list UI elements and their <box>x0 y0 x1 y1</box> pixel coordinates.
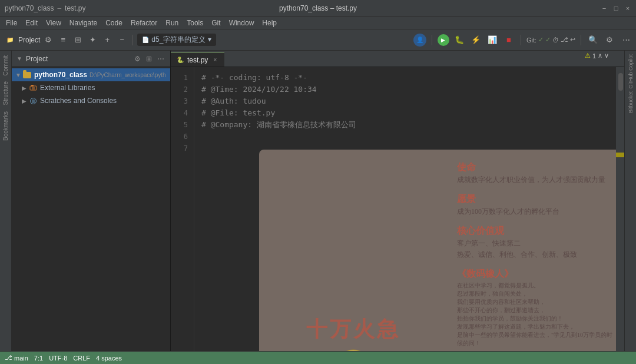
project-label: Project <box>18 36 40 44</box>
search-toolbar-icon[interactable]: 🔍 <box>587 34 599 47</box>
subtract-icon[interactable]: − <box>115 34 128 47</box>
menu-edit[interactable]: Edit <box>22 18 41 28</box>
git-history-icon[interactable]: ⏱ <box>552 37 559 44</box>
tree-external-libs[interactable]: ▶ External Libraries <box>12 81 170 94</box>
run-button[interactable]: ▶ <box>438 34 449 46</box>
main-area: Commit Structure Bookmarks ▼ Project ⚙ ⊞… <box>0 51 636 351</box>
copilot-sidebar-tab[interactable]: GitHub Copilot <box>628 54 634 89</box>
toolbar: 📁 Project ⚙ ≡ ⊞ ✦ + − 📄 d5_字符串的定义 ▾ 👤 ▶ … <box>0 29 636 51</box>
menu-code[interactable]: Code <box>102 18 126 28</box>
status-encoding[interactable]: UTF-8 <box>49 355 67 362</box>
tab-test-py[interactable]: 🐍 test.py × <box>171 52 224 67</box>
warning-chevron-up[interactable]: ∧ <box>598 52 602 59</box>
menu-tools[interactable]: Tools <box>183 18 207 28</box>
header-chevron[interactable]: ▼ <box>16 55 22 62</box>
profile-icon[interactable]: 📊 <box>486 34 499 47</box>
menu-navigate[interactable]: Navigate <box>66 18 101 28</box>
line-num-4: 4 <box>171 107 191 119</box>
tree-scratches-consoles[interactable]: ▶ Scratches and Consoles <box>12 94 170 107</box>
watermark-left: 十万火急 <box>259 150 448 351</box>
file-tab-title: test.py <box>65 4 85 12</box>
minimize-button[interactable]: − <box>601 5 608 12</box>
status-indent[interactable]: 4 spaces <box>96 355 122 362</box>
editor-content: 1 2 3 4 5 6 7 # -*- coding: utf-8 -*- # … <box>171 67 624 351</box>
code-line-2: # @Time: 2024/10/22 10:34 <box>201 84 617 95</box>
toolbar-separator-1 <box>132 35 133 45</box>
debug-icon[interactable]: 🐛 <box>453 34 466 47</box>
tab-bar: 🐍 test.py × <box>171 51 624 67</box>
bookmarks-tab[interactable]: Bookmarks <box>1 109 10 143</box>
grid-icon[interactable]: ⊞ <box>71 34 84 47</box>
project-icon: 📁 <box>4 34 16 47</box>
scratches-icon <box>28 96 38 105</box>
user-avatar[interactable]: 👤 <box>413 34 426 47</box>
external-libs-arrow: ▶ <box>20 84 28 92</box>
project-header-icons: ⚙ ⊞ ⋯ <box>132 54 165 64</box>
menu-bar: File Edit View Navigate Code Refactor Ru… <box>0 16 636 29</box>
menu-view[interactable]: View <box>42 18 65 28</box>
maximize-button[interactable]: □ <box>612 5 620 12</box>
settings-icon[interactable]: ⚙ <box>42 34 55 47</box>
left-vert-tabs: Commit Structure Bookmarks <box>0 51 12 351</box>
project-tree: ▼ python70_class D:\PyCharm_workspace\py… <box>12 67 170 351</box>
line-num-2: 2 <box>171 84 191 95</box>
tab-label: test.py <box>187 56 208 64</box>
add-icon[interactable]: + <box>101 34 114 47</box>
warning-chevron-down[interactable]: ∨ <box>604 52 609 59</box>
breadcrumb-dropdown[interactable]: 📄 d5_字符串的定义 ▾ <box>137 34 216 46</box>
external-libs-icon <box>28 83 38 92</box>
project-settings-icon[interactable]: ⚙ <box>132 54 142 64</box>
line-numbers: 1 2 3 4 5 6 7 <box>171 67 194 351</box>
status-line-col[interactable]: 7:1 <box>34 355 43 362</box>
minimap-thumb[interactable] <box>618 73 623 91</box>
watermark-section-4: 《数码橡人》 在社区中学习，都觉得是孤儿。 忍过那段时，独自闯关处， 我们要用优… <box>457 268 615 348</box>
watermark-section-3: 核心价值观 客户第一、快速第二 热爱、诚信、利他、合作、创新、极致 <box>457 225 615 260</box>
minimap-scrollbar[interactable] <box>616 67 624 351</box>
warning-line-marker <box>616 153 624 157</box>
project-layout-icon[interactable]: ⊞ <box>144 54 154 64</box>
code-line-1: # -*- coding: utf-8 -*- <box>201 72 617 84</box>
menu-file[interactable]: File <box>2 18 21 28</box>
close-button[interactable]: × <box>624 5 631 12</box>
commit-tab[interactable]: Commit <box>1 53 10 78</box>
line-num-1: 1 <box>171 72 191 84</box>
status-git-branch[interactable]: ⎇ main <box>5 354 28 362</box>
watermark-section-2: 愿景 成为100万数字化人才的孵化平台 <box>457 193 615 217</box>
structure-tab[interactable]: Structure <box>1 79 10 108</box>
tree-root-item[interactable]: ▼ python70_class D:\PyCharm_workspace\py… <box>12 68 170 81</box>
toolbar-project-section: 📁 Project ⚙ ≡ ⊞ ✦ + − <box>4 34 128 47</box>
git-branch-icon[interactable]: ⎇ <box>561 36 568 44</box>
menu-run[interactable]: Run <box>162 18 182 28</box>
git-label-text: Git: <box>526 37 536 44</box>
line-num-7: 7 <box>171 143 191 154</box>
svg-point-9 <box>337 350 370 351</box>
bitbucket-sidebar-tab[interactable]: Bitbucket <box>628 91 634 113</box>
scratches-arrow: ▶ <box>20 97 28 105</box>
git-check-2: ✓ <box>545 36 551 44</box>
root-path: D:\PyCharm_workspace\pyth <box>90 72 166 78</box>
menu-refactor[interactable]: Refactor <box>127 18 161 28</box>
git-undo-icon[interactable]: ↩ <box>570 36 575 44</box>
menu-help[interactable]: Help <box>259 18 280 28</box>
tab-close-button[interactable]: × <box>211 57 218 64</box>
status-line-separator[interactable]: CRLF <box>73 355 90 362</box>
more-toolbar-icon[interactable]: ⋯ <box>620 34 632 47</box>
watermark-logo-text: 十万火急 <box>306 315 400 344</box>
code-line-3: # @Auth: tudou <box>201 95 617 107</box>
layout-icon[interactable]: ≡ <box>57 34 69 47</box>
gear-icon[interactable]: ✦ <box>86 34 99 47</box>
svg-rect-1 <box>31 85 34 87</box>
root-folder-icon <box>22 70 32 80</box>
git-branch-status-icon: ⎇ <box>5 354 12 362</box>
code-line-6 <box>201 131 617 143</box>
menu-git[interactable]: Git <box>208 18 224 28</box>
code-line-4: # @File: test.py <box>201 107 617 119</box>
status-bar: ⎇ main 7:1 UTF-8 CRLF 4 spaces <box>0 351 636 364</box>
settings-toolbar-icon[interactable]: ⚙ <box>603 34 616 47</box>
title-bar-controls: − □ × <box>601 5 631 12</box>
project-panel: ▼ Project ⚙ ⊞ ⋯ ▼ python70_class D:\PyCh… <box>12 51 171 351</box>
project-more-icon[interactable]: ⋯ <box>156 54 165 64</box>
stop-icon[interactable]: ■ <box>502 34 515 47</box>
menu-window[interactable]: Window <box>226 18 258 28</box>
coverage-icon[interactable]: ⚡ <box>469 34 482 47</box>
